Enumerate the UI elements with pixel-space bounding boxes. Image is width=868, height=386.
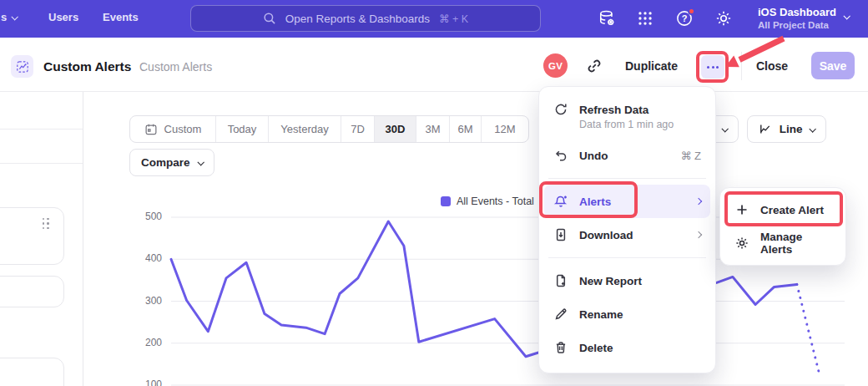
chart-legend: All Events - Total <box>441 196 534 207</box>
legend-label: All Events - Total <box>457 196 534 207</box>
menu-item-undo[interactable]: Undo ⌘ Z <box>544 139 710 172</box>
shortcut-hint: ⌘ Z <box>680 150 701 162</box>
nav-item-users[interactable]: Users <box>48 11 78 23</box>
menu-item-label: Undo <box>579 150 608 162</box>
settings-icon[interactable] <box>714 9 733 28</box>
apps-grid-icon[interactable] <box>636 9 654 28</box>
sidebar-card[interactable] <box>0 207 64 265</box>
submenu-chevron-icon <box>696 199 701 204</box>
search-icon <box>263 12 276 25</box>
more-options-button[interactable] <box>701 55 724 79</box>
menu-item-alerts[interactable]: Alerts <box>544 185 710 218</box>
submenu-item-label: Create Alert <box>760 204 824 216</box>
report-type-icon <box>11 55 33 78</box>
search-placeholder: Open Reports & Dashboards <box>285 13 430 25</box>
avatar[interactable]: GV <box>543 53 568 78</box>
svg-text:?: ? <box>682 13 688 23</box>
duplicate-button[interactable]: Duplicate <box>625 59 678 73</box>
submenu-item-create-alert[interactable]: Create Alert <box>725 193 840 226</box>
close-button[interactable]: Close <box>756 59 788 73</box>
trash-icon <box>553 340 568 355</box>
alerts-submenu: Create Alert Manage Alerts <box>719 187 846 266</box>
menu-item-rename[interactable]: Rename <box>544 297 710 331</box>
submenu-item-label: Manage Alerts <box>760 231 831 256</box>
project-selector[interactable]: iOS Dashboard All Project Data <box>758 5 836 31</box>
sidebar-card[interactable] <box>0 276 64 307</box>
menu-item-label: Alerts <box>579 196 611 208</box>
save-button[interactable]: Save <box>811 52 855 79</box>
project-name: iOS Dashboard <box>758 5 836 19</box>
search-input[interactable]: Open Reports & Dashboards ⌘ + K <box>190 5 541 32</box>
menu-divider <box>548 257 706 258</box>
download-icon <box>553 227 568 242</box>
project-scope: All Project Data <box>758 19 836 31</box>
menu-item-label: Download <box>579 229 633 241</box>
nav-item-clipped[interactable]: s <box>1 11 17 23</box>
pencil-icon <box>553 307 568 322</box>
gear-icon <box>734 236 749 251</box>
alert-bell-icon <box>553 194 568 209</box>
breadcrumb: Custom Alerts <box>139 60 212 74</box>
menu-item-label: Delete <box>579 342 613 354</box>
notification-dot <box>688 8 695 15</box>
menu-item-new-report[interactable]: New Report <box>544 264 710 297</box>
nav-item-clipped-label: s <box>1 11 7 23</box>
menu-item-download[interactable]: Download <box>544 218 710 251</box>
new-report-icon <box>553 273 568 288</box>
top-navigation-bar: s Users Events Open Reports & Dashboards… <box>0 0 868 38</box>
menu-item-sublabel: Data from 1 min ago <box>579 119 674 130</box>
menu-item-delete[interactable]: Delete <box>544 331 710 364</box>
mixpanel-report-screen: s Users Events Open Reports & Dashboards… <box>0 0 868 386</box>
menu-divider <box>548 178 706 179</box>
menu-item-label: Refresh Data <box>579 104 674 116</box>
report-header: Custom Alerts Custom Alerts GV Duplicate… <box>0 38 868 92</box>
search-shortcut: ⌘ + K <box>439 13 468 25</box>
help-icon[interactable]: ? <box>675 9 694 28</box>
drag-handle-icon[interactable] <box>43 218 49 229</box>
page-title: Custom Alerts <box>43 59 131 74</box>
chevron-down-icon <box>843 13 850 19</box>
sidebar-row-divider <box>0 163 83 164</box>
chevron-down-icon <box>12 13 18 20</box>
undo-icon <box>553 148 568 163</box>
submenu-chevron-icon <box>696 232 701 237</box>
copy-link-icon[interactable] <box>586 58 603 74</box>
menu-item-refresh-data[interactable]: Refresh Data Data from 1 min ago <box>544 95 710 139</box>
header-divider <box>741 52 742 80</box>
menu-item-label: New Report <box>579 275 642 287</box>
more-options-menu: Refresh Data Data from 1 min ago Undo ⌘ … <box>538 86 716 373</box>
menu-item-label: Rename <box>579 308 623 321</box>
plus-icon <box>734 202 749 217</box>
nav-item-events[interactable]: Events <box>103 11 139 23</box>
legend-swatch <box>441 196 451 206</box>
submenu-item-manage-alerts[interactable]: Manage Alerts <box>725 226 840 260</box>
sidebar-row-divider <box>0 129 83 130</box>
sidebar-card[interactable] <box>0 358 64 386</box>
data-management-icon[interactable] <box>598 9 616 28</box>
refresh-icon <box>553 102 568 117</box>
